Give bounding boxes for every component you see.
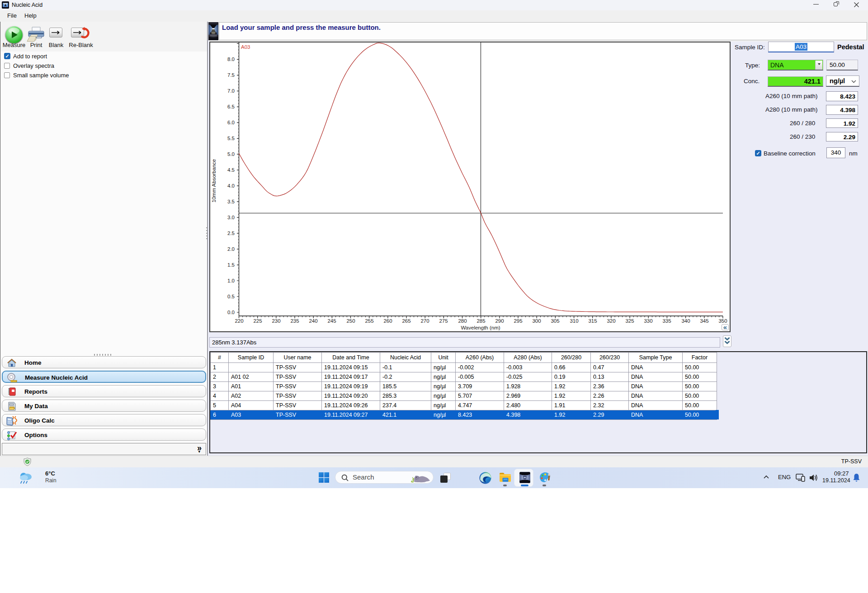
svg-text:225: 225 — [253, 318, 262, 324]
svg-text:315: 315 — [588, 318, 597, 324]
svg-text:280: 280 — [458, 318, 467, 324]
svg-text:5.0: 5.0 — [227, 151, 235, 157]
svg-text:310: 310 — [570, 318, 578, 324]
svg-text:7.0: 7.0 — [227, 88, 235, 94]
svg-text:345: 345 — [700, 318, 708, 324]
svg-text:300: 300 — [532, 318, 541, 324]
svg-text:255: 255 — [365, 318, 373, 324]
svg-text:305: 305 — [551, 318, 559, 324]
svg-text:250: 250 — [346, 318, 355, 324]
svg-text:260: 260 — [383, 318, 392, 324]
svg-text:290: 290 — [495, 318, 504, 324]
svg-text:10mm Absorbance: 10mm Absorbance — [211, 159, 217, 202]
svg-text:240: 240 — [309, 318, 317, 324]
svg-text:5.5: 5.5 — [227, 136, 235, 141]
svg-text:2.5: 2.5 — [227, 231, 235, 236]
svg-text:Wavelength (nm): Wavelength (nm) — [461, 325, 500, 330]
svg-text:0.0: 0.0 — [227, 310, 235, 315]
svg-text:230: 230 — [272, 318, 280, 324]
svg-text:295: 295 — [514, 318, 522, 324]
svg-text:335: 335 — [662, 318, 671, 324]
svg-text:265: 265 — [402, 318, 410, 324]
svg-text:4.5: 4.5 — [227, 167, 235, 173]
svg-text:3.0: 3.0 — [227, 215, 235, 220]
svg-text:1.0: 1.0 — [227, 278, 235, 283]
svg-text:7.5: 7.5 — [227, 72, 235, 78]
svg-text:3.5: 3.5 — [227, 199, 235, 204]
svg-text:285: 285 — [476, 318, 485, 324]
svg-text:325: 325 — [625, 318, 634, 324]
svg-text:340: 340 — [681, 318, 690, 324]
svg-text:6.5: 6.5 — [227, 104, 235, 109]
svg-text:6.0: 6.0 — [227, 120, 235, 125]
svg-text:330: 330 — [644, 318, 652, 324]
svg-text:320: 320 — [607, 318, 615, 324]
svg-text:1.5: 1.5 — [227, 262, 235, 268]
svg-text:8.0: 8.0 — [227, 56, 235, 62]
svg-text:A03: A03 — [241, 44, 250, 50]
svg-text:4.0: 4.0 — [227, 183, 235, 188]
svg-text:270: 270 — [420, 318, 429, 324]
svg-text:220: 220 — [235, 318, 243, 324]
svg-text:235: 235 — [290, 318, 299, 324]
svg-text:2.0: 2.0 — [227, 246, 235, 252]
svg-text:275: 275 — [439, 318, 448, 324]
svg-text:245: 245 — [327, 318, 336, 324]
svg-text:0.5: 0.5 — [227, 294, 235, 299]
